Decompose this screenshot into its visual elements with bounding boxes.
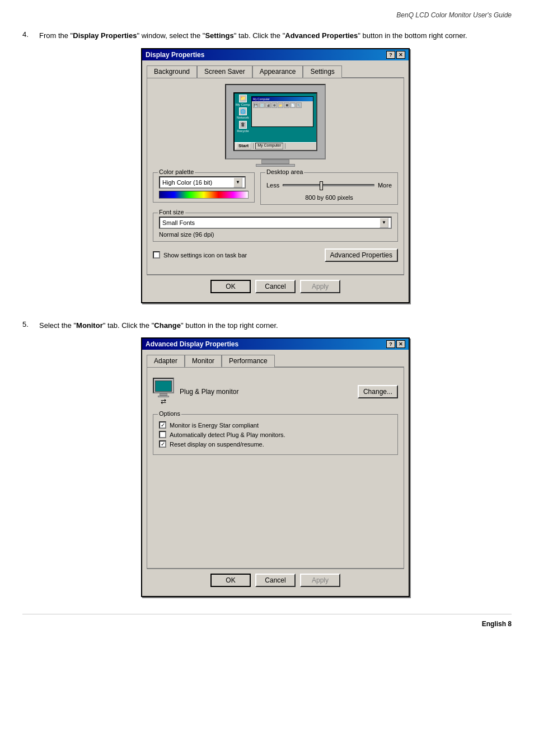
dp-cancel-button[interactable]: Cancel [255,280,296,293]
adv-close-button[interactable]: ✕ [396,340,405,348]
monitor-icon-screen [155,381,172,392]
monitor-stand [261,159,289,164]
adv-apply-button[interactable]: Apply [300,574,340,587]
font-size-legend: Font size [158,209,185,215]
page-header: BenQ LCD Color Monitor User's Guide [22,11,512,19]
icon-label-1: My Comp [236,103,250,107]
adv-ok-button[interactable]: OK [210,574,251,587]
show-settings-checkbox[interactable] [153,251,160,259]
change-button[interactable]: Change... [358,385,398,398]
monitor-screen: 📁 My Comp 🌐 Network 🗑 [233,92,317,151]
taskbar: Start My Computer [235,142,316,150]
advanced-properties-button[interactable]: Advanced Properties [325,248,398,262]
options-label: Options [158,410,181,417]
reset-display-checkbox[interactable] [159,440,166,448]
advanced-titlebar-buttons: ? ✕ [386,340,405,348]
icon-label-2: Network [237,116,249,120]
tab-bar: Background Screen Saver Appearance Setti… [147,65,404,78]
monitor-icon-row: ⇄ Plug & Play monitor Change... [153,373,398,410]
slider-area: Less More [266,180,392,191]
slider-thumb[interactable] [320,181,323,190]
tab-adapter[interactable]: Adapter [147,355,185,367]
mini-icon-1: 💾 [253,102,259,108]
tab-appearance[interactable]: Appearance [252,65,303,78]
advanced-footer: OK Cancel Apply [147,569,404,591]
adv-help-button[interactable]: ? [386,340,395,348]
step4-display-properties-bold: Display Properties [73,31,137,40]
tab-background[interactable]: Background [147,65,197,78]
energy-star-label: Monitor is Energy Star compliant [170,422,259,429]
auto-detect-row: Automatically detect Plug & Play monitor… [159,431,392,438]
show-settings-row: Show settings icon on task bar [153,251,247,259]
start-button[interactable]: Start [236,143,251,149]
desktop-icon-2: 🌐 Network [236,107,250,120]
tab-settings[interactable]: Settings [303,65,341,78]
dp-apply-button[interactable]: Apply [300,280,340,293]
advanced-title: Advanced Display Properties [146,340,238,348]
dp-ok-button[interactable]: OK [210,280,251,293]
color-palette-legend: Color palette [158,168,195,175]
font-size-arrow[interactable]: ▼ [380,218,388,228]
step-4-content: From the "Display Properties" window, se… [39,30,512,303]
step-5-number: 5. [22,320,34,598]
inner-titlebar: My Computer [252,97,313,101]
mini-icon-8: 🔧 [296,102,302,108]
step-5: 5. Select the "Monitor" tab. Click the "… [22,320,512,598]
inner-window: My Computer 💾 💿 🖨 ⚙ 📁 🖥 [251,96,313,127]
auto-detect-checkbox[interactable] [159,431,166,438]
options-group: Options Monitor is Energy Star compliant… [153,414,398,455]
inner-body: 💾 💿 🖨 ⚙ 📁 🖥 📄 🔧 [252,101,313,109]
step5-monitor-bold: Monitor [76,321,103,330]
energy-star-checkbox[interactable] [159,421,166,429]
show-settings-label: Show settings icon on task bar [163,252,247,259]
font-size-select[interactable]: Small Fonts ▼ [159,217,392,229]
color-palette-arrow[interactable]: ▼ [233,177,242,187]
desktop-icons-left: 📁 My Comp 🌐 Network 🗑 [236,95,250,133]
display-properties-titlebar: Display Properties ? ✕ [142,49,409,60]
color-palette-select[interactable]: High Color (16 bit) ▼ [159,176,246,189]
monitor-base [256,164,295,167]
color-palette-value: High Color (16 bit) [162,179,212,186]
taskbar-item-1[interactable]: My Computer [255,143,283,149]
close-button[interactable]: ✕ [396,51,405,59]
monitor-icon-wrapper: ⇄ [153,378,174,405]
header-title: BenQ LCD Color Monitor User's Guide [396,11,512,19]
step-4: 4. From the "Display Properties" window,… [22,30,512,303]
auto-detect-label: Automatically detect Plug & Play monitor… [170,431,285,438]
desktop-area-fieldset: Desktop area Less More [260,172,398,205]
taskbar-sep [253,143,254,149]
icon-img-3: 🗑 [239,121,247,129]
step-5-text: Select the "Monitor" tab. Click the "Cha… [39,320,512,331]
less-label: Less [266,182,279,189]
more-label: More [378,182,392,189]
two-col-section: Color palette High Color (16 bit) ▼ [153,172,398,209]
display-properties-body: Background Screen Saver Appearance Setti… [142,60,409,302]
step-4-number: 4. [22,30,34,303]
adv-cancel-button[interactable]: Cancel [255,574,296,587]
tab-screensaver[interactable]: Screen Saver [197,65,252,78]
reset-display-row: Reset display on suspend/resume. [159,440,392,448]
font-size-value: Small Fonts [162,219,195,226]
advanced-row: Show settings icon on task bar Advanced … [153,246,398,264]
color-palette-section: Color palette High Color (16 bit) ▼ [153,172,255,209]
slider-track [283,184,374,186]
advanced-display-dialog: Advanced Display Properties ? ✕ Adapter … [141,337,410,597]
footer-text: English 8 [482,620,512,628]
desktop-resolution: 800 by 600 pixels [266,194,392,201]
mini-icon-7: 📄 [290,102,296,108]
help-button[interactable]: ? [386,51,395,59]
step5-change-bold: Change [154,321,181,330]
desktop-slider[interactable] [283,180,374,191]
advanced-titlebar: Advanced Display Properties ? ✕ [142,339,409,350]
color-palette-fieldset: Color palette High Color (16 bit) ▼ [153,172,255,203]
tab-monitor[interactable]: Monitor [185,355,222,367]
tab-performance[interactable]: Performance [222,355,275,367]
mini-icon-3: 🖨 [265,102,271,108]
display-properties-dialog: Display Properties ? ✕ Background Screen… [141,48,410,303]
monitor-arrow-icon: ⇄ [161,397,166,405]
display-properties-footer: OK Cancel Apply [147,275,404,298]
icon-img-1: 📁 [239,95,247,102]
taskbar-sep-2 [285,143,285,149]
settings-tab-content: 📁 My Comp 🌐 Network 🗑 [147,78,404,275]
mini-icon-4: ⚙ [271,102,277,108]
